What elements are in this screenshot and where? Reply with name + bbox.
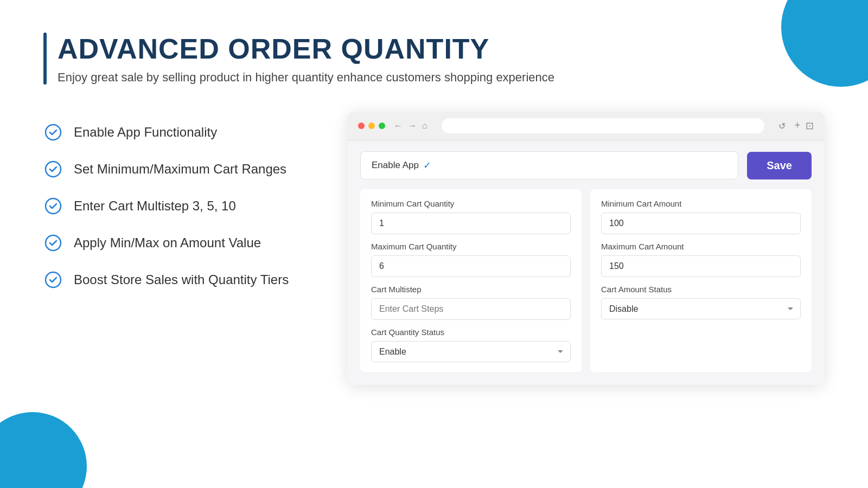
feature-item-1: Enable App Functionality [43, 123, 315, 142]
dot-red [358, 123, 365, 129]
dot-yellow [368, 123, 375, 129]
form-group-min-cart-qty: Minimum Cart Quantity [371, 199, 571, 234]
select-wrapper-cart-amount-status: Enable Disable [601, 298, 801, 319]
feature-check-icon-3 [43, 196, 63, 216]
form-group-cart-qty-status: Cart Quantity Status Enable Disable [371, 328, 571, 362]
feature-item-3: Enter Cart Multistep 3, 5, 10 [43, 196, 315, 216]
enable-app-label: Enable App [372, 160, 419, 171]
svg-point-4 [46, 272, 61, 287]
browser-nav: ← → ⌂ [394, 121, 427, 131]
label-cart-multistep: Cart Multistep [371, 285, 571, 294]
select-wrapper-cart-qty-status: Enable Disable [371, 341, 571, 362]
feature-item-5: Boost Store Sales with Quantity Tiers [43, 270, 315, 290]
input-cart-multistep[interactable] [371, 298, 571, 320]
form-group-max-cart-qty: Maximum Cart Quantity [371, 242, 571, 277]
svg-point-2 [46, 198, 61, 214]
label-min-cart-qty: Minimum Cart Quantity [371, 199, 571, 208]
header-text: ADVANCED ORDER QUANTITY Enjoy great sale… [58, 33, 554, 85]
svg-point-0 [46, 125, 61, 140]
select-cart-qty-status[interactable]: Enable Disable [371, 341, 571, 362]
feature-label-1: Enable App Functionality [74, 125, 217, 140]
browser-actions: + ⊡ [794, 120, 814, 132]
feature-label-4: Apply Min/Max on Amount Value [74, 235, 261, 251]
form-group-cart-multistep: Cart Multistep [371, 285, 571, 320]
label-min-cart-amount: Minimum Cart Amount [601, 199, 801, 208]
label-max-cart-amount: Maximum Cart Amount [601, 242, 801, 251]
form-group-min-cart-amount: Minimum Cart Amount [601, 199, 801, 234]
page-subtitle: Enjoy great sale by selling product in h… [58, 70, 554, 85]
browser-content: Enable App ✓ Save Minimum Cart Quantity [347, 140, 825, 385]
header-accent-bar [43, 33, 47, 85]
feature-label-3: Enter Cart Multistep 3, 5, 10 [74, 198, 236, 214]
feature-label-5: Boost Store Sales with Quantity Tiers [74, 272, 289, 287]
enable-app-row: Enable App ✓ Save [360, 151, 812, 179]
input-max-cart-qty[interactable] [371, 255, 571, 277]
form-panel-right: Minimum Cart Amount Maximum Cart Amount … [590, 189, 812, 372]
browser-add-tab-icon[interactable]: + [794, 120, 800, 132]
browser-search-bar[interactable] [442, 118, 765, 133]
input-min-cart-amount[interactable] [601, 213, 801, 234]
header-block: ADVANCED ORDER QUANTITY Enjoy great sale… [43, 33, 825, 85]
feature-label-2: Set Minimum/Maximum Cart Ranges [74, 162, 286, 177]
main-content: Enable App Functionality Set Minimum/Max… [43, 112, 825, 385]
nav-forward-icon[interactable]: → [408, 121, 417, 131]
input-max-cart-amount[interactable] [601, 255, 801, 277]
browser-reload-icon[interactable]: ↺ [778, 121, 786, 131]
enable-app-checkbox[interactable]: ✓ [423, 159, 431, 171]
browser-toolbar: ← → ⌂ ↺ + ⊡ [347, 112, 825, 140]
feature-check-icon-4 [43, 233, 63, 253]
form-grid: Minimum Cart Quantity Maximum Cart Quant… [360, 189, 812, 372]
svg-point-3 [46, 235, 61, 251]
form-group-max-cart-amount: Maximum Cart Amount [601, 242, 801, 277]
label-cart-amount-status: Cart Amount Status [601, 285, 801, 294]
page-title: ADVANCED ORDER QUANTITY [58, 33, 554, 65]
feature-item-2: Set Minimum/Maximum Cart Ranges [43, 159, 315, 179]
nav-back-icon[interactable]: ← [394, 121, 403, 131]
label-max-cart-qty: Maximum Cart Quantity [371, 242, 571, 251]
feature-check-icon-5 [43, 270, 63, 290]
nav-home-icon[interactable]: ⌂ [422, 121, 427, 131]
browser-mockup: ← → ⌂ ↺ + ⊡ Enable App ✓ [347, 112, 825, 385]
svg-point-1 [46, 162, 61, 177]
label-cart-qty-status: Cart Quantity Status [371, 328, 571, 337]
select-cart-amount-status[interactable]: Enable Disable [601, 298, 801, 319]
form-group-cart-amount-status: Cart Amount Status Enable Disable [601, 285, 801, 319]
form-panel-left: Minimum Cart Quantity Maximum Cart Quant… [360, 189, 582, 372]
browser-share-icon[interactable]: ⊡ [806, 120, 814, 132]
feature-check-icon-2 [43, 159, 63, 179]
feature-check-icon-1 [43, 123, 63, 142]
feature-item-4: Apply Min/Max on Amount Value [43, 233, 315, 253]
browser-dots [358, 123, 385, 129]
input-min-cart-qty[interactable] [371, 213, 571, 234]
save-button[interactable]: Save [747, 152, 812, 179]
enable-app-field: Enable App ✓ [360, 151, 738, 179]
dot-green [379, 123, 385, 129]
feature-list: Enable App Functionality Set Minimum/Max… [43, 112, 315, 290]
